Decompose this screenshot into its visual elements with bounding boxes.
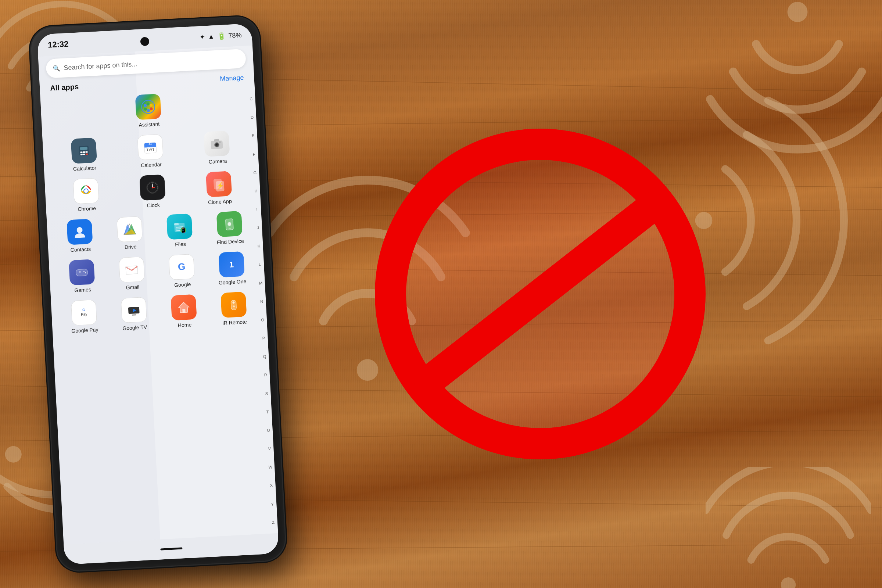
list-item[interactable]: G Google <box>163 254 201 288</box>
list-item[interactable]: IR Remote <box>214 291 253 326</box>
app-row-6: G Pay Google Pay <box>58 291 260 334</box>
alpha-l[interactable]: L <box>258 262 262 267</box>
app-icon-gmail <box>119 256 145 283</box>
alpha-k[interactable]: K <box>257 244 261 249</box>
app-icon-drive <box>117 216 142 242</box>
alpha-w[interactable]: W <box>268 465 272 470</box>
svg-rect-39 <box>214 139 219 142</box>
list-item[interactable]: 31 T W T Calendar <box>131 134 170 169</box>
alpha-x[interactable]: X <box>269 483 273 488</box>
svg-rect-27 <box>85 152 87 153</box>
wifi-bot-right <box>706 467 871 588</box>
svg-point-19 <box>150 104 153 106</box>
list-item[interactable]: Drive <box>111 216 149 250</box>
svg-rect-88 <box>232 306 235 307</box>
alpha-e[interactable]: E <box>251 134 255 138</box>
alpha-r[interactable]: R <box>264 373 267 377</box>
svg-point-21 <box>147 109 150 112</box>
app-grid: Assistant <box>44 85 275 564</box>
app-icon-games <box>69 259 95 285</box>
alpha-q[interactable]: Q <box>263 354 267 359</box>
alpha-u[interactable]: U <box>266 428 270 432</box>
alpha-m[interactable]: M <box>259 281 263 285</box>
app-icon-gpay: G Pay <box>71 300 97 326</box>
list-item[interactable]: Google TV <box>115 297 153 332</box>
app-icon-calendar: 31 T W T <box>137 134 163 160</box>
alpha-f[interactable]: F <box>252 152 256 156</box>
alpha-v[interactable]: V <box>267 446 272 451</box>
app-label-gmail: Gmail <box>126 284 139 291</box>
alpha-o[interactable]: O <box>261 318 265 322</box>
svg-rect-87 <box>232 304 235 305</box>
bluetooth-icon: ✦ <box>199 33 205 41</box>
svg-point-22 <box>144 108 147 111</box>
alpha-h[interactable]: H <box>254 189 258 193</box>
app-label-assistant: Assistant <box>138 121 160 128</box>
app-row-4: Contacts Drive <box>54 210 255 254</box>
app-icon-google-one: 1 <box>218 251 244 278</box>
alpha-i[interactable]: I <box>255 207 259 212</box>
alpha-t[interactable]: T <box>266 410 269 414</box>
alpha-j[interactable]: J <box>256 225 260 230</box>
svg-rect-30 <box>85 154 87 155</box>
status-icons: ✦ ▲ 🔋 78% <box>199 31 242 41</box>
app-label-gtv: Google TV <box>122 324 147 331</box>
app-icon-find <box>216 211 243 237</box>
svg-point-18 <box>147 102 150 105</box>
list-item[interactable]: 1 Google One <box>212 251 251 286</box>
list-item[interactable]: Calculator <box>64 137 103 172</box>
no-symbol <box>375 129 706 459</box>
svg-rect-61 <box>174 223 178 226</box>
app-row-3: Chrome Clock <box>52 170 253 213</box>
phone-screen: 12:32 ✦ ▲ 🔋 78% 🔍 Search for apps on thi… <box>37 24 279 565</box>
list-item[interactable]: Gmail <box>113 256 152 291</box>
app-label-home: Home <box>177 322 192 328</box>
app-icon-home <box>171 294 196 321</box>
list-item[interactable]: Contacts <box>61 218 99 253</box>
svg-rect-70 <box>76 269 88 276</box>
app-label-clock: Clock <box>147 202 160 208</box>
app-label-calculator: Calculator <box>73 165 97 172</box>
list-item[interactable]: Camera <box>198 130 236 165</box>
app-row-5: Games Gmail <box>56 250 258 294</box>
svg-text:G: G <box>82 308 86 312</box>
list-item[interactable]: ⚡ Clone App <box>200 171 238 206</box>
svg-text:G: G <box>177 261 186 272</box>
svg-rect-25 <box>80 152 82 153</box>
phone-body: 12:32 ✦ ▲ 🔋 78% 🔍 Search for apps on thi… <box>30 16 286 572</box>
all-apps-label: All apps <box>50 82 79 93</box>
list-item[interactable]: G Pay Google Pay <box>65 299 104 334</box>
alpha-s[interactable]: S <box>265 391 268 396</box>
app-label-find: Find Device <box>216 238 244 246</box>
svg-rect-28 <box>80 154 82 155</box>
alpha-z[interactable]: Z <box>271 520 275 525</box>
list-item[interactable]: Find Device <box>211 211 249 246</box>
app-icon-clone: ⚡ <box>206 171 232 197</box>
svg-rect-84 <box>182 309 186 312</box>
app-label-gpay: Google Pay <box>71 327 99 334</box>
alpha-g[interactable]: G <box>253 170 257 175</box>
home-indicator[interactable] <box>160 547 182 550</box>
alpha-n[interactable]: N <box>260 299 264 304</box>
list-item[interactable]: Home <box>165 294 203 329</box>
list-item[interactable]: Games <box>63 259 101 294</box>
svg-text:Pay: Pay <box>81 312 87 316</box>
app-row-1: Assistant <box>48 89 249 133</box>
app-icon-camera <box>204 130 230 156</box>
list-item[interactable]: Assistant <box>129 93 168 128</box>
status-time: 12:32 <box>47 39 69 50</box>
svg-text:📱: 📱 <box>180 227 187 234</box>
list-item[interactable]: Chrome <box>67 177 105 212</box>
manage-label[interactable]: Manage <box>220 74 244 82</box>
list-item[interactable]: Clock <box>134 174 172 209</box>
search-placeholder: Search for apps on this... <box>64 60 138 72</box>
app-label-games: Games <box>74 286 91 293</box>
alpha-c[interactable]: C <box>249 97 253 101</box>
alpha-y[interactable]: Y <box>270 502 274 506</box>
battery-percent: 78% <box>228 31 242 40</box>
app-label-drive: Drive <box>124 244 136 250</box>
alpha-p[interactable]: P <box>262 336 266 340</box>
list-item[interactable]: 📱 Files <box>160 213 199 248</box>
svg-text:T: T <box>146 148 149 152</box>
alpha-d[interactable]: D <box>250 115 254 120</box>
